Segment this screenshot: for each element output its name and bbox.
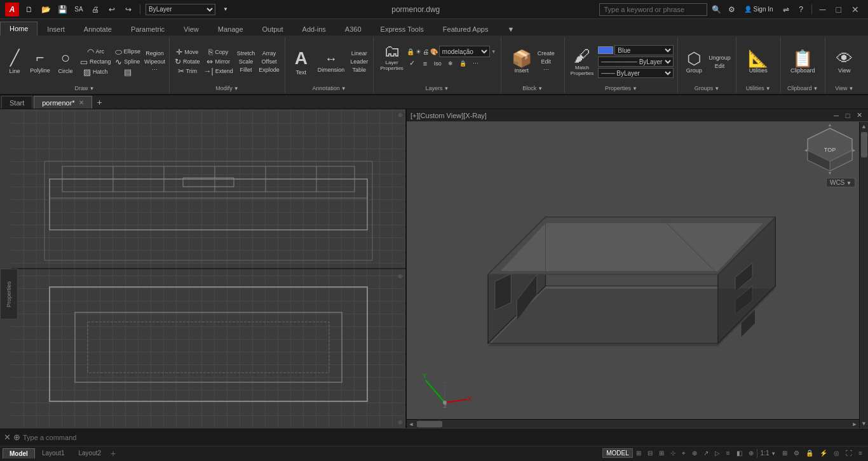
tab-output[interactable]: Output bbox=[253, 22, 293, 36]
layer-more[interactable]: ⋯ bbox=[470, 60, 482, 67]
utilities-btn[interactable]: 📐 Utilities bbox=[746, 48, 770, 76]
tab-overflow[interactable]: ▼ bbox=[498, 22, 524, 36]
qa-dropdown-arrow[interactable]: ▼ bbox=[219, 3, 232, 16]
linear-dim-btn[interactable]: Linear bbox=[349, 50, 369, 57]
wipeout-btn[interactable]: Wipeout bbox=[143, 58, 166, 65]
qa-save[interactable]: 💾 bbox=[56, 3, 69, 16]
tab-addins[interactable]: Add-ins bbox=[293, 22, 336, 36]
command-input[interactable] bbox=[23, 434, 864, 441]
dimension-btn[interactable]: ↔ Dimension bbox=[316, 48, 347, 76]
qa-open[interactable]: 📂 bbox=[39, 3, 52, 16]
hatch-btn[interactable]: ▨Hatch bbox=[79, 67, 112, 77]
qa-print[interactable]: 🖨 bbox=[89, 3, 102, 16]
nav-cube[interactable]: TOP ▲ ▼ ◄ ► bbox=[804, 125, 855, 176]
tab-pormenor[interactable]: pormenor* ✕ bbox=[34, 96, 92, 109]
tab-view[interactable]: View bbox=[174, 22, 208, 36]
tab-annotate[interactable]: Annotate bbox=[74, 22, 121, 36]
group-edit-btn[interactable]: Edit bbox=[707, 62, 732, 70]
properties-panel-tab[interactable]: Properties bbox=[0, 269, 18, 319]
explode-btn[interactable]: Explode bbox=[257, 66, 281, 74]
tab-a360[interactable]: A360 bbox=[336, 22, 371, 36]
viewport-3d[interactable]: [+][Custom View][X-Ray] ─ □ ✕ bbox=[407, 109, 868, 428]
isolate-objects-btn[interactable]: ◎ bbox=[831, 449, 843, 457]
ortho-toggle[interactable]: ⊞ bbox=[656, 449, 667, 457]
gradient-btn[interactable]: ▤ bbox=[114, 67, 142, 77]
sel-cycle-toggle[interactable]: ⊕ bbox=[745, 449, 757, 457]
workspace-btn[interactable]: ⚙ bbox=[790, 449, 803, 457]
layers-label[interactable]: Layers ▼ bbox=[426, 85, 449, 93]
leader-btn[interactable]: Leader bbox=[349, 58, 369, 65]
qa-redo[interactable]: ↪ bbox=[122, 3, 135, 16]
stretch-btn[interactable]: Stretch bbox=[236, 50, 257, 57]
layer-dropdown-qa[interactable]: ByLayer bbox=[146, 4, 215, 15]
ungroup-btn[interactable]: Ungroup bbox=[707, 54, 732, 62]
close-tab-btn[interactable]: ✕ bbox=[79, 99, 84, 106]
text-btn[interactable]: A Text bbox=[289, 45, 313, 79]
scroll-down-btn[interactable]: ▼ bbox=[860, 419, 869, 428]
scroll-left-btn[interactable]: ◄ bbox=[407, 420, 416, 429]
draw-label[interactable]: Draw ▼ bbox=[75, 85, 95, 93]
layout2-tab[interactable]: Layout2 bbox=[71, 448, 108, 458]
wcs-label[interactable]: WCS ▼ bbox=[826, 178, 855, 187]
tab-manage[interactable]: Manage bbox=[208, 22, 253, 36]
otrack-toggle[interactable]: ⊕ bbox=[689, 449, 700, 457]
exchange-icon[interactable]: ⇌ bbox=[780, 3, 792, 16]
create-block-btn[interactable]: Create bbox=[536, 50, 556, 57]
table-btn[interactable]: Table bbox=[349, 66, 369, 74]
search-icon[interactable]: 🔍 bbox=[710, 3, 722, 16]
linetype-dropdown[interactable]: ──────── ByLayer bbox=[598, 57, 674, 67]
scroll-thumb[interactable] bbox=[861, 132, 867, 157]
move-btn[interactable]: ✛Move bbox=[173, 48, 201, 57]
rectang-btn[interactable]: ▭Rectang bbox=[79, 57, 112, 67]
trans-toggle[interactable]: ◧ bbox=[733, 449, 745, 457]
layer-properties-btn[interactable]: 🗂 LayerProperties bbox=[378, 40, 405, 74]
app-icon[interactable]: A bbox=[5, 3, 19, 17]
add-layout-btn[interactable]: + bbox=[108, 448, 118, 458]
window-restore[interactable]: □ bbox=[832, 3, 845, 16]
view-btn[interactable]: 👁 View bbox=[832, 48, 857, 76]
ducs-toggle[interactable]: ↗ bbox=[700, 449, 712, 457]
window-close[interactable]: ✕ bbox=[848, 3, 863, 16]
vp-close-btn[interactable]: ✕ bbox=[854, 110, 864, 121]
polyline-btn[interactable]: ⌐ Polyline bbox=[28, 47, 52, 76]
lock-ui-btn[interactable]: 🔒 bbox=[803, 449, 817, 457]
groups-label[interactable]: Groups ▼ bbox=[695, 85, 719, 93]
viewport-2d[interactable]: Properties ⊕ bbox=[0, 109, 407, 428]
search-input[interactable] bbox=[599, 3, 707, 16]
circle-btn[interactable]: ○ Circle bbox=[53, 46, 78, 77]
clipboard-label[interactable]: Clipboard ▼ bbox=[787, 85, 818, 93]
window-minimize[interactable]: ─ bbox=[816, 3, 830, 16]
help-icon[interactable]: ? bbox=[795, 3, 808, 16]
bedit-btn[interactable]: Edit bbox=[536, 58, 556, 65]
viewport-splitter[interactable] bbox=[11, 268, 405, 269]
annotation-scale[interactable]: ⊞ bbox=[779, 449, 790, 457]
osnap-toggle[interactable]: ⌖ bbox=[679, 449, 689, 458]
model-tab[interactable]: Model bbox=[3, 448, 35, 458]
tab-featuredapps[interactable]: Featured Apps bbox=[433, 22, 498, 36]
layout1-tab[interactable]: Layout1 bbox=[35, 448, 72, 458]
cmdline-options-btn[interactable]: ⊕ bbox=[13, 432, 20, 442]
layer-lock[interactable]: 🔒 bbox=[458, 60, 469, 67]
offset-btn[interactable]: Offset bbox=[257, 58, 281, 65]
fullscreen-btn[interactable]: ⛶ bbox=[843, 449, 855, 457]
mirror-btn[interactable]: ⇔Mirror bbox=[203, 57, 234, 66]
tab-home[interactable]: Home bbox=[0, 22, 37, 36]
info-icon[interactable]: ⚙ bbox=[725, 3, 738, 16]
rotate-btn[interactable]: ↻Rotate bbox=[173, 57, 201, 66]
color-dropdown[interactable]: Blue bbox=[614, 45, 674, 55]
group-btn[interactable]: ⬡ Group bbox=[682, 48, 706, 76]
modify-label[interactable]: Modify ▼ bbox=[215, 85, 238, 93]
layer-freeze[interactable]: ❄ bbox=[445, 60, 456, 67]
lineweight-dropdown[interactable]: ─── ByLayer bbox=[598, 68, 674, 78]
snap-toggle[interactable]: ⊞ bbox=[633, 449, 644, 457]
tab-express[interactable]: Express Tools bbox=[371, 22, 433, 36]
lw-toggle[interactable]: ≡ bbox=[723, 449, 733, 457]
scroll-up-btn[interactable]: ▲ bbox=[860, 122, 869, 131]
block-label[interactable]: Block ▼ bbox=[522, 85, 543, 93]
scale-indicator[interactable]: 1:1 ▼ bbox=[757, 449, 780, 457]
ellipse-btn[interactable]: ⬭Ellipse bbox=[114, 47, 142, 57]
color-swatch-btn[interactable] bbox=[598, 46, 613, 54]
arc-btn[interactable]: ◠Arc bbox=[79, 47, 112, 57]
scrollbar-bottom[interactable]: ◄ ► bbox=[407, 419, 859, 428]
qa-new[interactable]: 🗋 bbox=[23, 3, 36, 16]
